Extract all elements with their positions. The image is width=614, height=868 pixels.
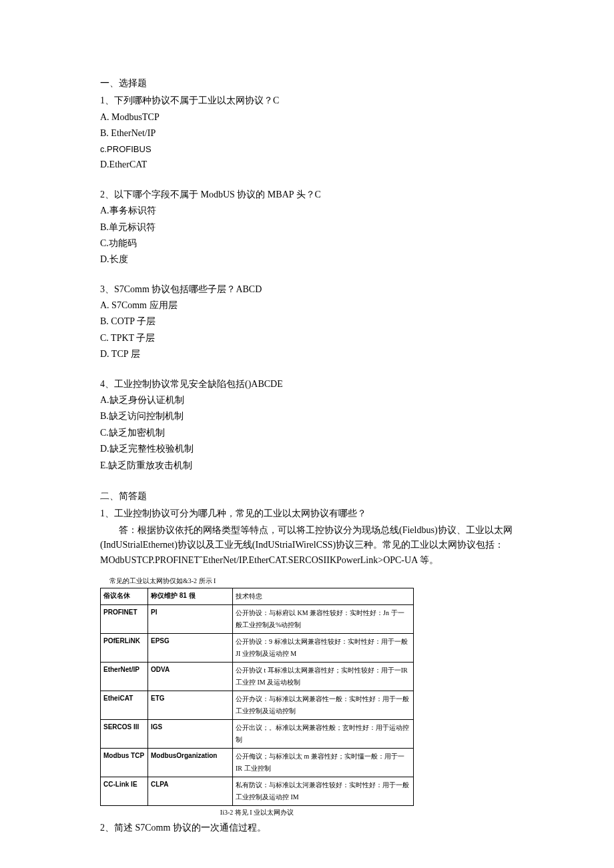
cell-feat: 公开协设：9 标准以太网兼容性较好：实时性好：用于一般 JI 业控制及运动控 M — [233, 633, 414, 662]
table-row: EtherNet/IP ODVA 公开协议 t 耳标准以太网兼容性好；实时性较好… — [101, 662, 414, 691]
section-1-title: 一、选择题 — [100, 76, 514, 91]
th-org: 称仅维护 81 很 — [148, 588, 233, 604]
th-feat: 技术特忠 — [233, 588, 414, 604]
cell-name: Modbus TCP — [101, 748, 148, 777]
cell-name: SERCOS III — [101, 719, 148, 748]
th-name: 俗议名休 — [101, 588, 148, 604]
q1-text: 1、下列哪种协议不属于工业以太网协议？C — [100, 93, 514, 108]
cell-name: EtheiCAT — [101, 691, 148, 719]
table-row: SERCOS III IGS 公开出议；。标准以太网兼容性般；玄时性好：用于运动… — [101, 719, 414, 748]
cell-feat: 公开办议：与标准以太网兼容性一般：实时性好：用于一般工业控制及运动控制 — [233, 691, 414, 719]
table-row: EtheiCAT ETG 公开办议：与标准以太网兼容性一般：实时性好：用于一般工… — [101, 691, 414, 719]
cell-org: EPSG — [148, 633, 233, 662]
cell-feat: 私有防议：与标准以太河兼容性较好：实时性好：用于一般工业控制及运动控 IM — [233, 777, 414, 805]
cell-feat: 公开协议 t 耳标准以太网兼容性好；实时性较好：用于一IR 工业控 IM 及运动… — [233, 662, 414, 691]
q2-text: 2、以下哪个字段不属于 ModbUS 协议的 MBAP 头？C — [100, 187, 514, 202]
cell-name: CC-Link IE — [101, 777, 148, 805]
cell-feat: 公开侮议；与标准以太 m 兼容性好；实时懂一般：用于一 IR 工业控制 — [233, 748, 414, 777]
cell-name: PROFINET — [101, 604, 148, 633]
q2-option-c: C.功能码 — [100, 236, 514, 251]
q3-text: 3、S7Comm 协议包括哪些子层？ABCD — [100, 282, 514, 297]
cell-org: IGS — [148, 719, 233, 748]
q1-option-d: D.EtherCAT — [100, 157, 514, 172]
table-header-row: 俗议名休 称仅维护 81 很 技术特忠 — [101, 588, 414, 604]
q2-option-d: D.长度 — [100, 252, 514, 267]
q2-option-a: A.事务标识符 — [100, 203, 514, 218]
table-row: CC-Link IE CLPA 私有防议：与标准以太河兼容性较好：实时性好：用于… — [101, 777, 414, 805]
q1-option-b: B. EtherNet/IP — [100, 126, 514, 141]
q3-option-b: B. COTP 子层 — [100, 314, 514, 329]
q3-option-d: D. TCP 层 — [100, 347, 514, 362]
cell-org: ODVA — [148, 662, 233, 691]
q4-option-a: A.缺乏身份认证机制 — [100, 393, 514, 408]
cell-org: ModbusOrganization — [148, 748, 233, 777]
q4-option-d: D.缺乏完整性校验机制 — [100, 442, 514, 456]
q4-option-e: E.缺乏防重放攻击机制 — [100, 458, 514, 473]
table-row: Modbus TCP ModbusOrganization 公开侮议；与标准以太… — [101, 748, 414, 777]
section-2-title: 二、简答题 — [100, 489, 514, 504]
q4-option-b: B.缺乏访问控制机制 — [100, 409, 514, 424]
sq2-text: 2、简述 S7Comm 协议的一次通信过程。 — [100, 821, 514, 835]
q3-option-a: A. S7Comm 应用层 — [100, 298, 514, 313]
table-footer: Ii3-2 将见 I 业以太网办议 — [100, 807, 414, 818]
cell-org: CLPA — [148, 777, 233, 805]
sq1-text: 1、工业控制协议可分为哪几种，常见的工业以太网协议有哪些？ — [100, 506, 514, 521]
table-row: PROFINET PI 公开协设：与标府以 KM 兼容性较好：实时性好：Jn 于… — [101, 604, 414, 633]
cell-name: EtherNet/IP — [101, 662, 148, 691]
cell-feat: 公开协设：与标府以 KM 兼容性较好：实时性好：Jn 于一般工业控制及%动控制 — [233, 604, 414, 633]
table-row: POfERLiNK EPSG 公开协设：9 标准以太网兼容性较好：实时性好：用于… — [101, 633, 414, 662]
q4-text: 4、工业控制协议常见安全缺陷包括()ABCDE — [100, 377, 514, 392]
q3-option-c: C. TPKT 子层 — [100, 331, 514, 346]
q4-option-c: C.缺乏加密机制 — [100, 426, 514, 440]
cell-name: POfERLiNK — [101, 633, 148, 662]
cell-feat: 公开出议；。标准以太网兼容性般；玄时性好：用于运动控制 — [233, 719, 414, 748]
cell-org: ETG — [148, 691, 233, 719]
protocols-table: 俗议名休 称仅维护 81 很 技术特忠 PROFINET PI 公开协设：与标府… — [100, 588, 414, 806]
q2-option-b: B.单元标识符 — [100, 220, 514, 235]
sq1-answer: 答：根据协议依托的网络类型等特点，可以将工控协议分为现场总线(Fieldbus)… — [100, 523, 514, 568]
table-caption: 常见的工业以太网协仅如&3-2 所示 I — [109, 576, 514, 586]
q1-option-c: c.PROFIBUS — [100, 143, 514, 157]
cell-org: PI — [148, 604, 233, 633]
q1-option-a: A. ModbusTCP — [100, 110, 514, 125]
